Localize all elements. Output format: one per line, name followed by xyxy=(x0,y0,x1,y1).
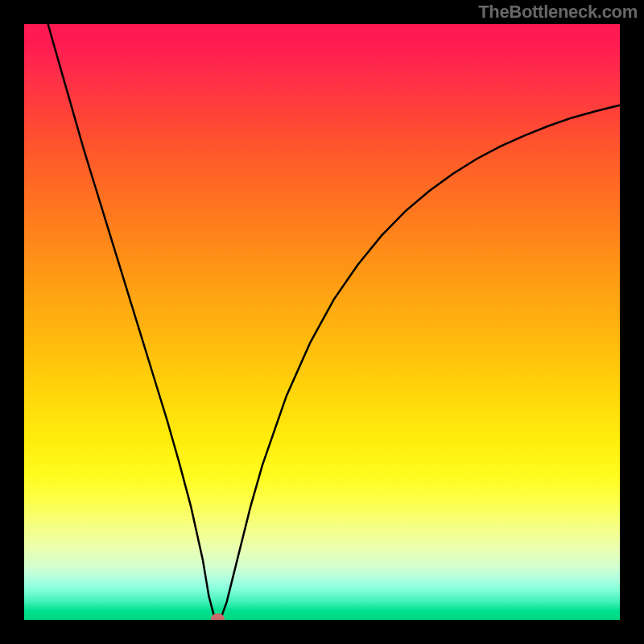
plot-area xyxy=(24,24,620,620)
curve-layer xyxy=(24,24,620,620)
chart-frame: TheBottleneck.com xyxy=(0,0,644,644)
bottleneck-curve xyxy=(48,24,620,619)
optimal-point-marker xyxy=(212,614,225,620)
attribution-label: TheBottleneck.com xyxy=(478,2,638,23)
